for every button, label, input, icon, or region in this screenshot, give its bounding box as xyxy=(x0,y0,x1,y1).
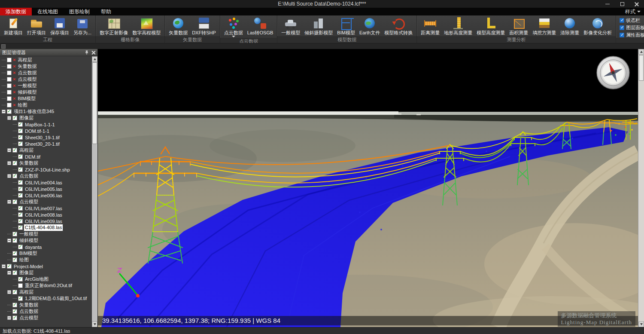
change-analysis-button[interactable]: 影像变化分析 xyxy=(582,16,614,36)
layer-checkbox[interactable] xyxy=(18,135,23,140)
view-option[interactable]: 属性面板 xyxy=(620,32,644,38)
tree-item[interactable]: ZXZ-P-1Out-Line.shp xyxy=(0,166,92,173)
tree-item[interactable]: 矢量数据 xyxy=(0,160,92,166)
tree-item[interactable]: ArcGis地图 xyxy=(0,276,92,282)
map-3d-viewport[interactable]: 39.34135616, 106.6682594, 1397.38; RNG:1… xyxy=(98,49,638,327)
view-option[interactable]: 图层面板 xyxy=(620,25,644,31)
tree-item[interactable]: ×点云模型 xyxy=(0,76,92,83)
dem-button[interactable]: 数字高程模型 xyxy=(131,16,162,36)
layer-checkbox[interactable] xyxy=(18,277,23,282)
layer-checkbox[interactable] xyxy=(12,316,17,320)
scroll-down-button[interactable] xyxy=(638,322,644,327)
scrollbar-thumb[interactable] xyxy=(639,55,644,81)
tree-item[interactable]: 项目1-修改信息345 xyxy=(0,108,92,115)
tree-item[interactable]: C6LIVLine008.las xyxy=(0,211,92,218)
layer-checkbox[interactable] xyxy=(18,141,23,146)
layer-checkbox[interactable] xyxy=(12,309,17,314)
layer-checkbox[interactable] xyxy=(12,199,17,204)
layer-checkbox[interactable] xyxy=(7,264,12,269)
tree-item[interactable]: C6LIVLine006.las xyxy=(0,192,92,199)
orthophoto-button[interactable]: 数字正射影像 xyxy=(98,16,130,36)
expander-icon[interactable] xyxy=(7,239,11,242)
tree-item[interactable]: ×点云数据 xyxy=(0,70,92,76)
tree-item[interactable]: 点云数据 xyxy=(0,308,92,315)
expander-icon[interactable] xyxy=(2,264,6,268)
tree-item[interactable]: 1,2期DEM总-0.5裁剪_1Out.tif xyxy=(0,295,92,302)
checkbox-icon[interactable] xyxy=(620,25,624,30)
layer-checkbox[interactable] xyxy=(7,83,12,88)
tree-item[interactable]: 点云模型 xyxy=(0,199,92,205)
viewport-scrollbar[interactable] xyxy=(638,49,644,327)
expander-icon[interactable] xyxy=(7,200,11,204)
oblique-model-button[interactable]: 倾斜摄影模型 xyxy=(303,16,334,36)
layer-checkbox[interactable] xyxy=(18,180,23,185)
layer-checkbox[interactable] xyxy=(18,129,23,133)
panel-close-icon[interactable] xyxy=(91,51,95,55)
minimize-button[interactable] xyxy=(600,0,615,8)
compass[interactable] xyxy=(597,56,629,89)
tree-item[interactable]: 一般模型 xyxy=(0,231,92,237)
menu-tab-online-map[interactable]: 在线地图 xyxy=(32,8,64,15)
point-cloud-button[interactable]: 点云数据 xyxy=(222,16,245,38)
scroll-up-button[interactable] xyxy=(638,49,644,55)
scroll-up-button[interactable] xyxy=(92,56,97,62)
layer-checkbox[interactable] xyxy=(12,257,17,262)
clear-measure-button[interactable]: 清除测量 xyxy=(559,16,581,36)
expander-icon[interactable] xyxy=(7,290,11,294)
panel-toggle-button[interactable] xyxy=(1,44,6,49)
las-to-osgb-button[interactable]: Las转OSGB xyxy=(246,16,275,36)
vector-data-button[interactable]: 矢量数据 xyxy=(167,16,189,36)
layer-checkbox[interactable] xyxy=(18,219,23,224)
tree-item[interactable]: DOM.tif-1-1 xyxy=(0,128,92,134)
pin-icon[interactable] xyxy=(85,50,89,55)
tree-item[interactable]: Project-Model xyxy=(0,263,92,270)
tree-item[interactable]: C6LIVLine007.las xyxy=(0,205,92,211)
tree-item[interactable]: 绘图 xyxy=(0,257,92,263)
tree-item[interactable]: 倾斜模型 xyxy=(0,237,92,244)
tree-item[interactable]: 重庆正射dom0.2Out.tif xyxy=(0,282,92,289)
expander-icon[interactable] xyxy=(7,316,11,320)
tree-item[interactable]: 图像层 xyxy=(0,115,92,121)
layer-checkbox[interactable] xyxy=(12,238,17,243)
layer-checkbox[interactable] xyxy=(18,212,23,217)
tree-item[interactable]: 点云数据 xyxy=(0,173,92,179)
tree-item[interactable]: ×BIM模型 xyxy=(0,95,92,102)
model-convert-button[interactable]: 模型格式转换 xyxy=(383,16,414,36)
tree-item[interactable]: ×一般模型 xyxy=(0,83,92,89)
layer-checkbox[interactable] xyxy=(7,96,12,101)
tree-item[interactable]: ×绘图 xyxy=(0,102,92,108)
view-option[interactable]: 状态栏 xyxy=(620,17,644,23)
layer-checkbox[interactable] xyxy=(7,77,12,82)
open-project-button[interactable]: 打开项目 xyxy=(25,16,48,36)
layer-checkbox[interactable] xyxy=(12,161,17,165)
maximize-button[interactable] xyxy=(615,0,629,8)
layer-checkbox[interactable] xyxy=(7,58,12,62)
layer-checkbox[interactable] xyxy=(18,187,23,191)
tree-item[interactable]: DEM.tif xyxy=(0,153,92,160)
expander-icon[interactable] xyxy=(2,110,6,113)
style-menu[interactable]: 样式 xyxy=(625,8,641,15)
layer-checkbox[interactable] xyxy=(18,193,23,198)
tree-item[interactable]: Sheet30_19-1.tif xyxy=(0,134,92,141)
bim-model-button[interactable]: BIM模型 xyxy=(335,16,357,36)
layer-checkbox[interactable] xyxy=(18,122,23,127)
tree-item[interactable]: 高程层 xyxy=(0,289,92,295)
menu-tab-graphic-draw[interactable]: 图形绘制 xyxy=(64,8,95,15)
tree-item[interactable]: 高程层 xyxy=(0,147,92,153)
tree-item[interactable]: Sheet30_20-1.tif xyxy=(0,141,92,147)
menu-tab-help[interactable]: 帮助 xyxy=(95,8,117,15)
layer-checkbox[interactable] xyxy=(12,116,17,120)
terrain-height-button[interactable]: 地形高度测量 xyxy=(442,16,474,36)
layer-checkbox[interactable] xyxy=(12,148,17,153)
layer-checkbox[interactable] xyxy=(18,296,23,301)
earth-file-button[interactable]: Earth文件 xyxy=(358,16,382,36)
checkbox-icon[interactable] xyxy=(620,33,624,37)
layer-checkbox[interactable] xyxy=(7,64,12,69)
layer-checkbox[interactable] xyxy=(12,303,17,307)
scroll-down-button[interactable] xyxy=(92,322,97,327)
tree-item[interactable]: 矢量数据 xyxy=(0,302,92,308)
checkbox-icon[interactable] xyxy=(620,18,624,23)
scrollbar-thumb[interactable] xyxy=(92,62,97,144)
layer-checkbox[interactable] xyxy=(7,70,12,75)
layer-checkbox[interactable] xyxy=(7,109,12,114)
